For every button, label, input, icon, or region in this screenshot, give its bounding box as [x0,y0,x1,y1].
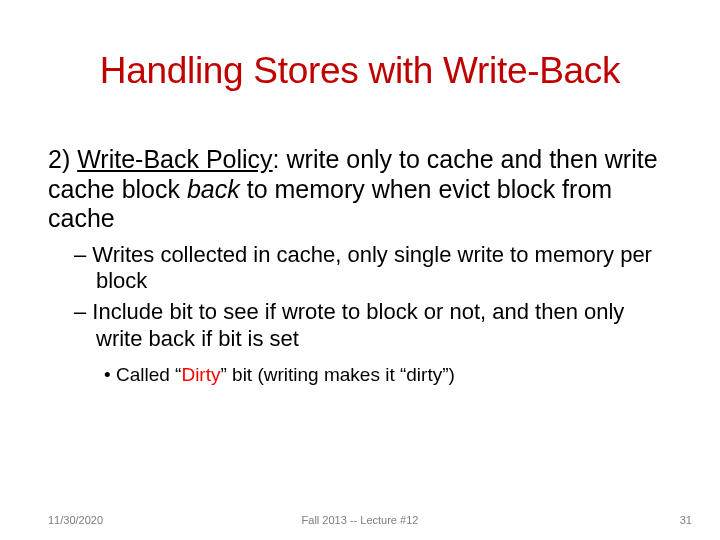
sub1-item-0: – Writes collected in cache, only single… [74,242,668,296]
main-paragraph: 2) Write-Back Policy: write only to cach… [48,145,668,234]
sub-list-level2: • Called “Dirty” bit (writing makes it “… [104,363,668,387]
dirty-word: Dirty [181,364,220,385]
back-word: back [187,175,240,203]
policy-label: Write-Back Policy [77,145,272,173]
slide: Handling Stores with Write-Back 2) Write… [0,0,720,540]
sub-list-level1: – Writes collected in cache, only single… [74,242,668,353]
lead-number: 2) [48,145,77,173]
sub1-item-1: – Include bit to see if wrote to block o… [74,299,668,353]
slide-body: 2) Write-Back Policy: write only to cach… [48,145,668,387]
slide-footer: 11/30/2020 Fall 2013 -- Lecture #12 31 [0,508,720,526]
footer-center: Fall 2013 -- Lecture #12 [0,514,720,526]
sub2-item-0: • Called “Dirty” bit (writing makes it “… [104,363,668,387]
footer-page-number: 31 [680,514,692,526]
slide-title: Handling Stores with Write-Back [0,50,720,92]
sub2-prefix: • Called “ [104,364,181,385]
sub2-suffix: ” bit (writing makes it “dirty”) [220,364,454,385]
